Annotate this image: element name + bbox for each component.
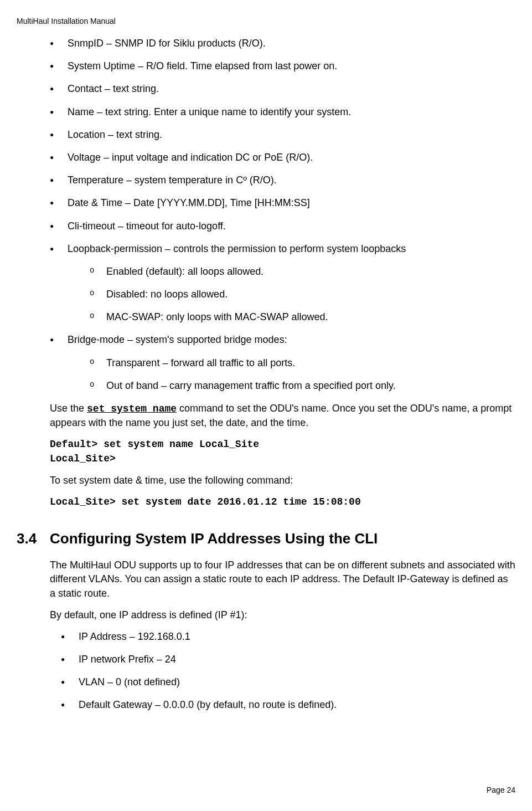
paragraph-1: Use the set system name command to set t… <box>50 402 515 430</box>
list-item: SnmpID – SNMP ID for Siklu products (R/O… <box>50 37 515 50</box>
sub-list-item: MAC-SWAP: only loops with MAC-SWAP allow… <box>90 310 515 324</box>
list-item-text: Bridge-mode – system's supported bridge … <box>68 334 287 345</box>
code-line: Local_Site> <box>50 452 515 466</box>
ip-bullet-list: IP Address – 192.168.0.1 IP network Pref… <box>61 630 515 712</box>
inline-code: set system name <box>87 403 177 414</box>
list-item: Contact – text string. <box>50 82 515 96</box>
list-item: Cli-timeout – timeout for auto-logoff. <box>50 219 515 233</box>
paragraph-4: By default, one IP address is defined (I… <box>50 608 515 622</box>
sub-list-item: Transparent – forward all traffic to all… <box>90 356 515 370</box>
list-item: System Uptime – R/O field. Time elapsed … <box>50 59 515 73</box>
paragraph-3: The MultiHaul ODU supports up to four IP… <box>50 558 515 600</box>
list-item: IP Address – 192.168.0.1 <box>61 630 515 644</box>
list-item: Default Gateway – 0.0.0.0 (by default, n… <box>61 698 515 712</box>
list-item: IP network Prefix – 24 <box>61 653 515 666</box>
para1-pre: Use the <box>50 403 87 414</box>
sub-list-item: Enabled (default): all loops allowed. <box>90 265 515 279</box>
list-item: Voltage – input voltage and indication D… <box>50 151 515 165</box>
list-item: Temperature – system temperature in Cº (… <box>50 173 515 187</box>
list-item-text: Loopback-permission – controls the permi… <box>68 243 406 254</box>
code-block-2: Local_Site> set system date 2016.01.12 t… <box>50 495 515 509</box>
page-footer: Page 24 <box>487 786 515 794</box>
main-bullet-list: SnmpID – SNMP ID for Siklu products (R/O… <box>50 37 515 393</box>
sub-list-item: Out of band – carry management traffic f… <box>90 379 515 393</box>
document-header: MultiHaul Installation Manual <box>17 17 515 25</box>
list-item: Location – text string. <box>50 128 515 142</box>
list-item: VLAN – 0 (not defined) <box>61 675 515 689</box>
paragraph-2: To set system date & time, use the follo… <box>50 474 515 487</box>
list-item: Bridge-mode – system's supported bridge … <box>50 333 515 393</box>
list-item: Date & Time – Date [YYYY.MM.DD], Time [H… <box>50 196 515 210</box>
list-item: Loopback-permission – controls the permi… <box>50 242 515 325</box>
loopback-sub-list: Enabled (default): all loops allowed. Di… <box>90 265 515 325</box>
sub-list-item: Disabled: no loops allowed. <box>90 288 515 301</box>
section-number: 3.4 <box>17 530 50 547</box>
list-item: Name – text string. Enter a unique name … <box>50 105 515 119</box>
code-line: Default> set system name Local_Site <box>50 438 515 451</box>
section-heading: 3.4Configuring System IP Addresses Using… <box>17 530 515 547</box>
code-block-1: Default> set system name Local_Site Loca… <box>50 438 515 465</box>
section-title: Configuring System IP Addresses Using th… <box>50 530 378 547</box>
bridge-sub-list: Transparent – forward all traffic to all… <box>90 356 515 393</box>
